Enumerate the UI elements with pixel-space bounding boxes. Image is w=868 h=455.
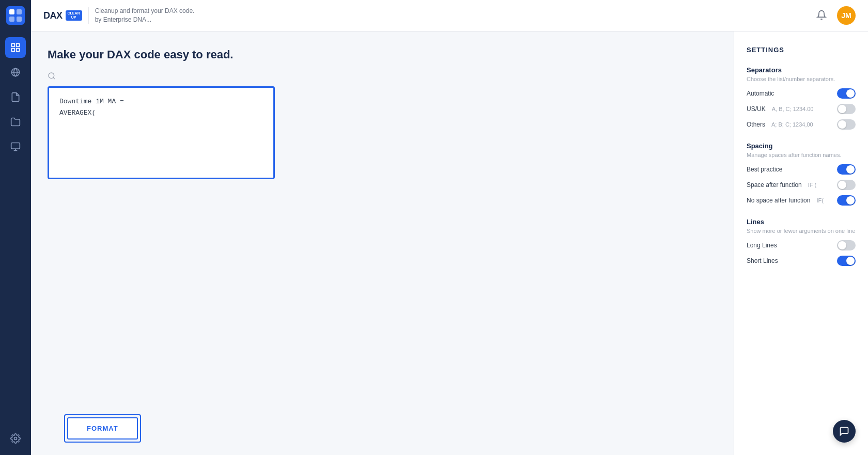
editor-footer: FORMAT (48, 402, 717, 455)
long-lines-label: Long Lines (747, 242, 777, 249)
svg-rect-6 (17, 44, 20, 47)
lines-title: Lines (747, 218, 856, 226)
best-practice-toggle[interactable] (837, 164, 856, 175)
code-editor-wrapper[interactable]: Downtime 1M MA = AVERAGEX( DATESINPERIOD… (48, 86, 275, 179)
toggle-row-short-lines: Short Lines (747, 256, 856, 266)
svg-point-13 (14, 437, 17, 440)
others-label-group: Others A; B; C; 1234,00 (747, 121, 813, 128)
short-lines-toggle[interactable] (837, 256, 856, 266)
separators-desc: Choose the list/number separators. (747, 76, 856, 82)
main-content: DAX CLEANUP Cleanup and format your DAX … (31, 0, 868, 455)
toggle-row-long-lines: Long Lines (747, 240, 856, 250)
settings-section-separators: Separators Choose the list/number separa… (747, 66, 856, 130)
us-uk-label-group: US/UK A, B, C; 1234.00 (747, 105, 813, 113)
toggle-row-no-space-after: No space after function IF( (747, 195, 856, 206)
svg-rect-5 (12, 44, 15, 47)
content-area: Make your DAX code easy to read. Downtim… (31, 32, 868, 455)
header-subtitle: Cleanup and format your DAX code. by Ent… (95, 7, 195, 24)
sidebar-logo (6, 6, 25, 25)
short-lines-label: Short Lines (747, 257, 778, 264)
long-lines-toggle[interactable] (837, 240, 856, 250)
lines-desc: Show more or fewer arguments on one line (747, 228, 856, 234)
header: DAX CLEANUP Cleanup and format your DAX … (31, 0, 868, 32)
automatic-label: Automatic (747, 90, 774, 97)
format-button-wrapper: FORMAT (64, 414, 141, 443)
others-toggle[interactable] (837, 119, 856, 130)
svg-rect-4 (17, 17, 22, 22)
settings-panel: SETTINGS Separators Choose the list/numb… (734, 32, 868, 455)
others-hint: A; B; C; 1234,00 (771, 121, 813, 128)
sidebar-item-file[interactable] (5, 87, 26, 107)
svg-rect-2 (17, 9, 22, 14)
svg-rect-7 (12, 49, 15, 52)
toggle-row-space-after: Space after function IF ( (747, 180, 856, 190)
header-logo-area: DAX CLEANUP Cleanup and format your DAX … (43, 7, 194, 24)
sidebar-item-folder[interactable] (5, 112, 26, 132)
separators-title: Separators (747, 66, 856, 74)
svg-rect-3 (9, 17, 14, 22)
svg-rect-10 (11, 143, 20, 149)
toggle-row-us-uk: US/UK A, B, C; 1234.00 (747, 104, 856, 114)
search-icon (48, 72, 56, 80)
app-logo-text: DAX (43, 10, 63, 21)
svg-rect-8 (17, 49, 20, 52)
search-bar (48, 72, 717, 80)
svg-rect-0 (6, 6, 25, 25)
sidebar-item-globe[interactable] (5, 62, 26, 83)
toggle-row-best-practice: Best practice (747, 164, 856, 175)
us-uk-toggle[interactable] (837, 104, 856, 114)
settings-section-lines: Lines Show more or fewer arguments on on… (747, 218, 856, 266)
no-space-after-hint: IF( (816, 197, 823, 203)
user-avatar[interactable]: JM (837, 6, 856, 25)
automatic-toggle[interactable] (837, 88, 856, 99)
svg-rect-1 (9, 9, 14, 14)
sidebar-item-monitor[interactable] (5, 136, 26, 157)
page-title: Make your DAX code easy to read. (48, 48, 717, 61)
settings-title: SETTINGS (747, 46, 856, 54)
header-actions: JM (814, 6, 856, 25)
space-after-toggle[interactable] (837, 180, 856, 190)
toggle-row-others: Others A; B; C; 1234,00 (747, 119, 856, 130)
space-after-label-group: Space after function IF ( (747, 181, 816, 189)
editor-panel: Make your DAX code easy to read. Downtim… (31, 32, 734, 455)
no-space-after-label: No space after function (747, 197, 810, 204)
no-space-after-label-group: No space after function IF( (747, 197, 824, 204)
svg-line-15 (53, 77, 55, 79)
us-uk-label: US/UK (747, 105, 766, 113)
sidebar-item-settings[interactable] (5, 428, 26, 449)
spacing-title: Spacing (747, 142, 856, 150)
chat-bubble-button[interactable] (833, 420, 856, 443)
toggle-row-automatic: Automatic (747, 88, 856, 99)
svg-point-14 (49, 73, 54, 79)
space-after-hint: IF ( (808, 182, 817, 188)
settings-section-spacing: Spacing Manage spaces after function nam… (747, 142, 856, 206)
spacing-desc: Manage spaces after function names. (747, 152, 856, 158)
no-space-after-toggle[interactable] (837, 195, 856, 206)
best-practice-label: Best practice (747, 166, 782, 173)
notifications-button[interactable] (814, 8, 829, 24)
space-after-label: Space after function (747, 181, 802, 189)
sidebar-item-dashboard[interactable] (5, 37, 26, 58)
sidebar-bottom (5, 428, 26, 449)
sidebar (0, 0, 31, 455)
header-divider (88, 7, 89, 24)
app-logo-badge: CLEANUP (66, 10, 82, 21)
code-editor[interactable]: Downtime 1M MA = AVERAGEX( DATESINPERIOD… (59, 96, 263, 119)
others-label: Others (747, 121, 765, 128)
header-logo-box: DAX CLEANUP (43, 10, 82, 21)
format-button[interactable]: FORMAT (67, 417, 138, 440)
us-uk-hint: A, B, C; 1234.00 (772, 106, 814, 112)
